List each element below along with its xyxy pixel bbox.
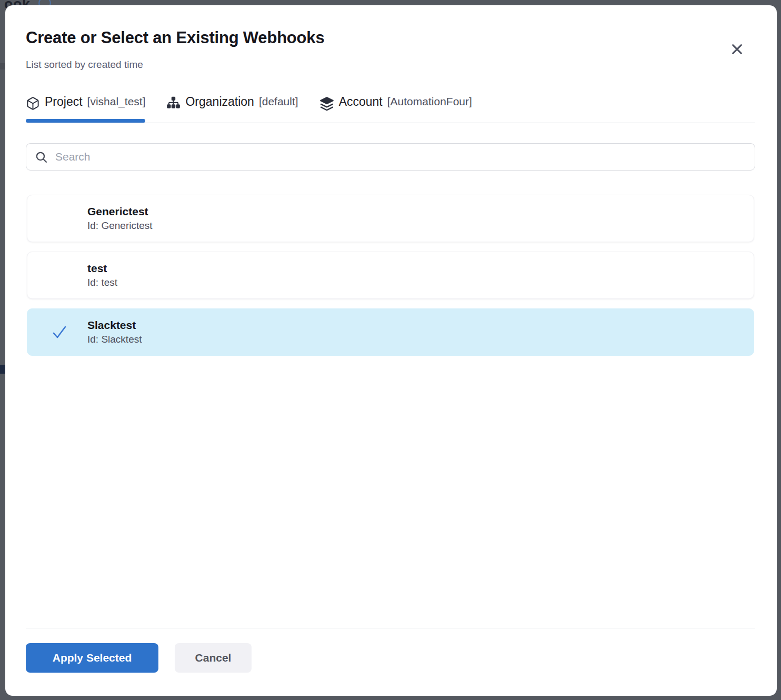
cube-icon (26, 96, 40, 111)
item-name: test (87, 261, 754, 276)
apply-selected-button[interactable]: Apply Selected (26, 643, 158, 673)
active-tab-underline (26, 119, 145, 123)
item-id: Id: test (87, 276, 754, 289)
list-item-test[interactable]: test Id: test (27, 252, 754, 299)
org-chart-icon (166, 96, 181, 111)
item-id: Id: Slacktest (87, 333, 754, 346)
tab-account[interactable]: Account [AutomationFour] (319, 88, 472, 123)
modal-title: Create or Select an Existing Webhooks (26, 28, 324, 47)
item-name: Slacktest (87, 318, 754, 333)
webhook-select-modal: Create or Select an Existing Webhooks Li… (5, 5, 777, 696)
tab-project[interactable]: Project [vishal_test] (26, 88, 145, 123)
close-icon (730, 42, 744, 58)
check-icon (51, 324, 68, 340)
tab-context: [vishal_test] (87, 95, 146, 108)
list-item-generictest[interactable]: Generictest Id: Generictest (27, 195, 754, 242)
modal-subtitle: List sorted by created time (26, 59, 143, 71)
tab-label: Account (339, 95, 383, 109)
search-input[interactable] (55, 151, 746, 163)
tab-context: [AutomationFour] (387, 95, 472, 108)
search-icon (35, 151, 48, 164)
cancel-button[interactable]: Cancel (175, 643, 252, 673)
tab-label: Project (45, 95, 83, 109)
tab-organization[interactable]: Organization [default] (166, 88, 298, 123)
tab-context: [default] (259, 95, 298, 108)
backdrop-artifact (0, 63, 5, 69)
tab-label: Organization (185, 95, 254, 109)
search-box (26, 143, 755, 171)
layers-icon (319, 96, 334, 111)
tab-bar: Project [vishal_test] Organization (26, 88, 755, 123)
item-name: Generictest (87, 204, 754, 219)
footer: Apply Selected Cancel (26, 643, 252, 673)
list-item-slacktest[interactable]: Slacktest Id: Slacktest (27, 308, 754, 356)
close-button[interactable] (726, 39, 747, 61)
webhook-list: Generictest Id: Generictest test Id: tes… (27, 195, 754, 356)
backdrop-artifact (0, 365, 5, 374)
item-id: Id: Generictest (87, 219, 754, 233)
footer-divider (26, 628, 755, 628)
